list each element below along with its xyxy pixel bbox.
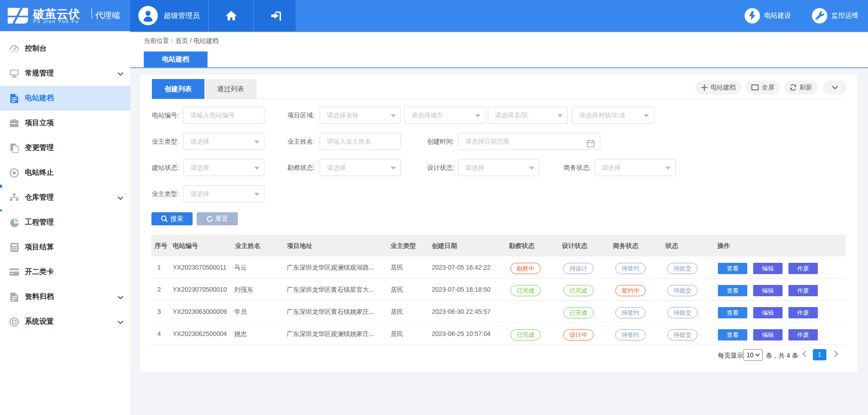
svg-text:Po Jian Yun Fu: Po Jian Yun Fu xyxy=(33,19,79,24)
svg-text:代理端: 代理端 xyxy=(95,11,120,20)
